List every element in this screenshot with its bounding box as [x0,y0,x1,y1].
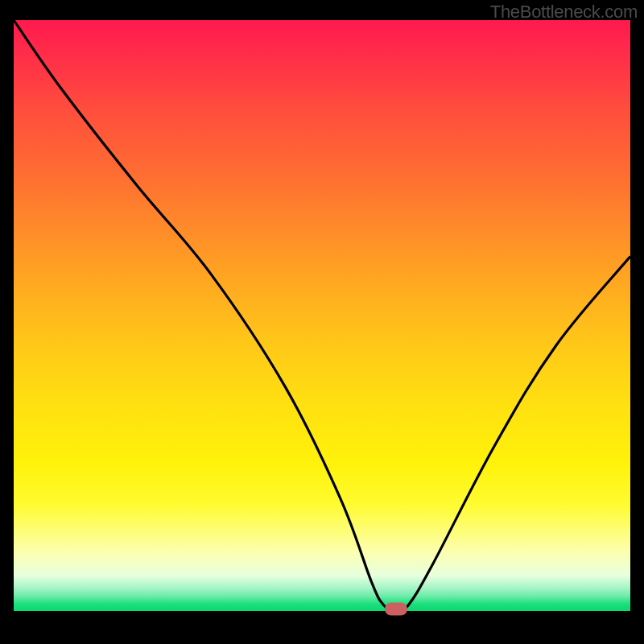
watermark-text: TheBottleneck.com [490,2,638,23]
bottleneck-curve [14,20,630,611]
optimal-point-marker [385,603,407,616]
chart-plot-area [14,20,630,611]
